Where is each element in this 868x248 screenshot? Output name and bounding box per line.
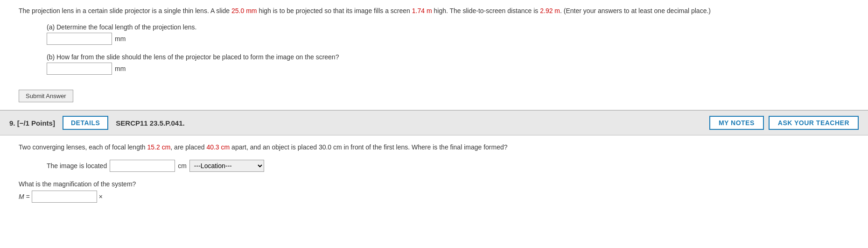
image-unit: cm bbox=[178, 162, 187, 170]
sub-b-label: (b) How far from the slide should the le… bbox=[47, 53, 849, 61]
sub-b-input-row: mm bbox=[47, 63, 849, 75]
submit-answer-button[interactable]: Submit Answer bbox=[19, 90, 73, 102]
sub-a-input-row: mm bbox=[47, 33, 849, 45]
highlight-distance: 2.92 m bbox=[540, 7, 560, 14]
image-location-input[interactable] bbox=[110, 160, 175, 172]
sub-question-b: (b) How far from the slide should the le… bbox=[47, 53, 849, 75]
focal-length-input[interactable] bbox=[47, 33, 112, 45]
question-number: 9. [−/1 Points] bbox=[9, 119, 55, 127]
m-label: M = bbox=[19, 193, 30, 200]
highlight-slide-size: 25.0 mm bbox=[231, 7, 257, 14]
magnification-question-label: What is the magnification of the system? bbox=[19, 180, 849, 188]
my-notes-button[interactable]: MY NOTES bbox=[709, 116, 764, 130]
times-symbol: × bbox=[99, 193, 103, 200]
highlight-focal-length: 15.2 cm bbox=[147, 143, 171, 151]
magnification-input[interactable] bbox=[32, 191, 97, 203]
question-header: 9. [−/1 Points] DETAILS SERCP11 23.5.P.0… bbox=[0, 110, 868, 135]
magnification-section: What is the magnification of the system?… bbox=[19, 180, 849, 203]
right-buttons: MY NOTES ASK YOUR TEACHER bbox=[709, 116, 859, 130]
problem-text-part3: high. The slide-to-screen distance is bbox=[432, 7, 540, 14]
magnification-row: M = × bbox=[19, 191, 849, 203]
problem-text-part4: . (Enter your answers to at least one de… bbox=[560, 7, 711, 14]
problem-text-part1: The projection lens in a certain slide p… bbox=[19, 7, 231, 14]
bottom-problem-text: Two converging lenses, each of focal len… bbox=[19, 142, 849, 153]
top-section: The projection lens in a certain slide p… bbox=[0, 0, 868, 110]
problem-text: The projection lens in a certain slide p… bbox=[19, 6, 849, 16]
problem-id: SERCP11 23.5.P.041. bbox=[116, 119, 702, 127]
ask-teacher-button[interactable]: ASK YOUR TEACHER bbox=[769, 116, 859, 130]
image-located-label: The image is located bbox=[47, 162, 107, 170]
bottom-text-1: Two converging lenses, each of focal len… bbox=[19, 143, 147, 151]
highlight-apart: 40.3 cm bbox=[206, 143, 230, 151]
bottom-text-3: apart, and an object is placed 30.0 cm i… bbox=[230, 143, 507, 151]
lens-distance-input[interactable] bbox=[47, 63, 112, 75]
bottom-text-2: , are placed bbox=[170, 143, 206, 151]
bottom-section: Two converging lenses, each of focal len… bbox=[0, 135, 868, 212]
sub-a-unit: mm bbox=[115, 35, 126, 43]
sub-b-unit: mm bbox=[115, 65, 126, 72]
location-select[interactable]: ---Location--- to the right to the left … bbox=[189, 160, 264, 172]
highlight-screen-height: 1.74 m bbox=[412, 7, 432, 14]
problem-text-part2: high is to be projected so that its imag… bbox=[257, 7, 412, 14]
image-located-row: The image is located cm ---Location--- t… bbox=[47, 160, 849, 172]
sub-question-a: (a) Determine the focal length of the pr… bbox=[47, 23, 849, 45]
details-button[interactable]: DETAILS bbox=[63, 116, 108, 130]
sub-a-label: (a) Determine the focal length of the pr… bbox=[47, 23, 849, 31]
